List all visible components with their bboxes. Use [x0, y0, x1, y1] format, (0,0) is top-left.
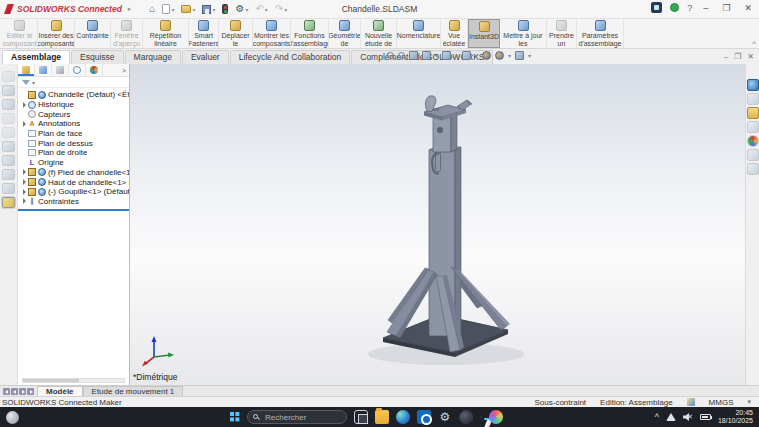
previous-tab-button[interactable] — [11, 388, 18, 395]
appearance-side-icon[interactable] — [2, 99, 15, 110]
display-style-icon[interactable] — [462, 51, 471, 60]
motion-study-side-icon[interactable] — [2, 183, 15, 194]
appearances-icon[interactable] — [747, 135, 759, 147]
file-explorer-icon[interactable] — [747, 107, 759, 119]
graphics-viewport[interactable]: *Dimétrique — [130, 64, 745, 385]
panel-flyout-arrow[interactable]: > — [122, 67, 129, 74]
tree-item-mates[interactable]: ∥Contraintes — [18, 197, 129, 207]
reference-geometry-side-icon[interactable] — [2, 169, 15, 180]
doc-minimize-button[interactable]: – — [724, 52, 728, 61]
edit-component-side-icon[interactable] — [2, 71, 15, 82]
open-document-button[interactable]: ▾ — [179, 4, 197, 14]
custom-properties-icon[interactable] — [747, 149, 759, 161]
design-app-icon[interactable] — [489, 410, 503, 424]
tree-item-origin[interactable]: LOrigine — [18, 158, 129, 168]
smart-fasteners-side-icon[interactable] — [2, 127, 15, 138]
edit-appearance-icon[interactable] — [482, 51, 491, 60]
dimxpert-tab[interactable] — [69, 64, 86, 76]
expand-arrow-icon[interactable] — [20, 121, 28, 127]
assembly-features-side-icon[interactable] — [2, 155, 15, 166]
ribbon-exploded-view[interactable]: Vue éclatée — [441, 19, 468, 48]
filter-caret-icon[interactable]: ▾ — [32, 79, 35, 86]
filter-funnel-icon[interactable] — [22, 80, 30, 85]
ribbon-mate[interactable]: Contrainte — [75, 19, 111, 48]
3dexperience-app-icon[interactable] — [459, 410, 473, 424]
online-status-icon[interactable] — [670, 3, 679, 12]
taskbar-clock[interactable]: 20:45 18/10/2025 — [718, 409, 753, 426]
ribbon-update-speedpak[interactable]: Mettre à jour les sous-assemblages Speed… — [500, 19, 547, 48]
file-explorer-taskbar-icon[interactable] — [375, 410, 389, 424]
tree-item-annotations[interactable]: AAnnotations — [18, 119, 129, 129]
featuremanager-tree-tab[interactable] — [18, 64, 35, 76]
home-button[interactable]: ⌂ — [147, 3, 157, 15]
tree-item-root[interactable]: Chandelle (Défaut) <État d'affich — [18, 90, 129, 100]
start-button[interactable] — [230, 412, 240, 422]
tab-esquisse[interactable]: Esquisse — [71, 50, 124, 64]
configurations-tab[interactable] — [52, 64, 69, 76]
design-library-icon[interactable] — [747, 93, 759, 105]
propertymanager-tab[interactable] — [35, 64, 52, 76]
displaymanager-tab[interactable] — [86, 64, 103, 76]
ribbon-take-snapshot[interactable]: Prendre un instantané — [547, 19, 577, 48]
tree-item-history[interactable]: Historique — [18, 100, 129, 110]
view-palette-icon[interactable] — [747, 121, 759, 133]
rebuild-button[interactable] — [220, 3, 230, 15]
ribbon-insert-components[interactable]: Insérer des composants — [38, 19, 75, 48]
move-component-side-icon[interactable] — [2, 141, 15, 152]
ribbon-move-component[interactable]: Déplacer le composant — [219, 19, 253, 48]
scrollbar-thumb[interactable] — [23, 379, 79, 382]
minimize-button[interactable]: – — [700, 3, 711, 13]
ribbon-smart-fasteners[interactable]: Smart Fasteners — [189, 19, 219, 48]
motion-study-tab[interactable]: Etude de mouvement 1 — [83, 386, 184, 396]
tab-lifecycle[interactable]: Lifecycle And Collaboration — [230, 50, 351, 64]
expand-arrow-icon[interactable] — [20, 189, 28, 195]
first-tab-button[interactable] — [3, 388, 10, 395]
taskbar-search-input[interactable] — [247, 410, 347, 424]
mate-side-icon[interactable] — [2, 113, 15, 124]
ribbon-component-preview[interactable]: Fenêtre d'aperçu du composant — [111, 19, 143, 48]
units-selector[interactable]: MMGS — [709, 398, 734, 407]
new-document-button[interactable]: ▾ — [160, 3, 176, 15]
ribbon-assembly-features[interactable]: Fonctions d'assemblage — [291, 19, 329, 48]
tree-item-pied-de-chandelle[interactable]: (f) Pied de chandelle<1> (Dét — [18, 168, 129, 178]
tree-item-front-plane[interactable]: Plan de face — [18, 129, 129, 139]
battery-icon[interactable] — [700, 414, 711, 420]
apply-scene-icon[interactable] — [495, 51, 504, 60]
ribbon-show-hidden[interactable]: Montrer les composants cachés — [253, 19, 291, 48]
last-tab-button[interactable] — [27, 388, 34, 395]
3dexperience-taskpane-icon[interactable] — [747, 79, 759, 91]
settings-icon[interactable]: ⚙ — [438, 410, 452, 424]
previous-view-icon[interactable] — [409, 51, 418, 60]
instant3d-side-icon[interactable] — [2, 197, 15, 208]
restore-button[interactable]: ❐ — [719, 3, 733, 13]
ribbon-linear-pattern[interactable]: Répétition linéaire de composants — [143, 19, 189, 48]
expand-arrow-icon[interactable] — [20, 198, 28, 204]
tray-expand-icon[interactable]: ^ — [655, 412, 659, 422]
wifi-icon[interactable] — [666, 413, 676, 421]
doc-close-button[interactable]: ✕ — [747, 52, 754, 61]
expand-arrow-icon[interactable] — [20, 102, 28, 108]
tree-item-haut-de-chandelle[interactable]: Haut de chandelle<1> (Défau — [18, 177, 129, 187]
close-button[interactable]: ✕ — [741, 3, 755, 13]
expand-arrow-icon[interactable] — [20, 179, 28, 185]
tab-marquage[interactable]: Marquage — [125, 50, 181, 64]
section-view-icon[interactable] — [422, 51, 431, 60]
save-button[interactable]: ▾ — [200, 4, 217, 15]
insert-components-side-icon[interactable] — [2, 85, 15, 96]
doc-restore-button[interactable]: ❐ — [734, 52, 741, 61]
ribbon-reference-geometry[interactable]: Géométrie de référe... — [329, 19, 361, 48]
ribbon-bom[interactable]: Nomenclature — [397, 19, 441, 48]
panel-horizontal-scrollbar[interactable] — [22, 378, 125, 383]
solidworks-menu[interactable]: SOLIDWORKS Connected ▸ — [4, 4, 131, 14]
help-button[interactable]: ? — [687, 3, 692, 13]
task-view-icon[interactable] — [354, 410, 368, 424]
3dexperience-badge-icon[interactable] — [651, 2, 662, 13]
tree-item-goupille[interactable]: (-) Goupille<1> (Défaut) <<D — [18, 187, 129, 197]
ribbon-edit-component[interactable]: Editer le composant — [2, 19, 38, 48]
expand-arrow-icon[interactable] — [20, 169, 28, 175]
widgets-icon[interactable] — [6, 411, 19, 424]
tree-item-top-plane[interactable]: Plan de dessus — [18, 138, 129, 148]
ribbon-large-assembly-settings[interactable]: Paramètres d'assemblage complexe — [577, 19, 624, 48]
zoom-to-area-icon[interactable] — [398, 52, 405, 59]
solidworks-taskbar-button[interactable] — [480, 416, 482, 418]
